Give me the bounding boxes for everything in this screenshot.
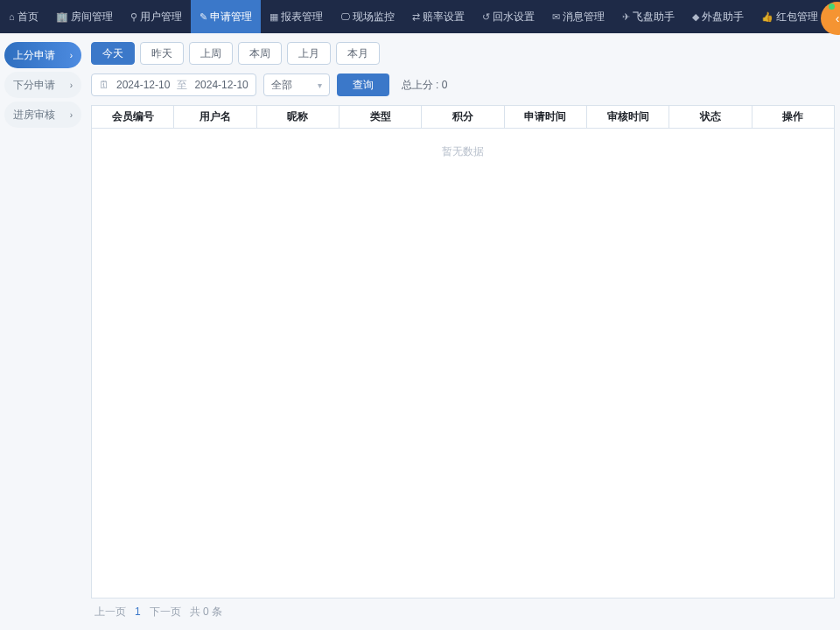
nav-label: 用户管理 xyxy=(140,10,182,24)
main-panel: 今天 昨天 上周 本周 上月 本月 🗓 2024-12-10 至 2024-12… xyxy=(86,33,840,630)
sidebar-item-label: 下分申请 xyxy=(13,78,55,93)
nav-label: 回水设置 xyxy=(493,10,535,24)
refresh-icon: ↺ xyxy=(482,11,490,23)
status-dot-icon xyxy=(829,4,835,10)
nav-redpacket-mgmt[interactable]: 👍 红包管理 xyxy=(752,0,827,33)
nav-odds-setting[interactable]: ⇄ 赔率设置 xyxy=(403,0,473,33)
chevron-down-icon: ▾ xyxy=(318,80,322,90)
sidebar: 上分申请 › 下分申请 › 进房审核 › xyxy=(0,33,86,630)
nav-report-mgmt[interactable]: ▦ 报表管理 xyxy=(261,0,332,33)
nav-label: 申请管理 xyxy=(210,10,252,24)
nav-label: 消息管理 xyxy=(563,10,605,24)
range-this-week-button[interactable]: 本周 xyxy=(238,42,282,65)
pager-prev-button[interactable]: 上一页 xyxy=(94,605,126,620)
nav-label: 飞盘助手 xyxy=(633,10,675,24)
date-range-picker[interactable]: 🗓 2024-12-10 至 2024-12-10 xyxy=(91,74,256,96)
range-yesterday-button[interactable]: 昨天 xyxy=(140,42,184,65)
calendar-icon: 🗓 xyxy=(99,79,109,91)
chevron-left-icon: ‹ xyxy=(836,11,840,25)
mail-icon: ✉ xyxy=(552,11,560,23)
nav-label: 红包管理 xyxy=(776,10,818,24)
nav-label: 现场监控 xyxy=(353,10,395,24)
data-table: 会员编号 用户名 昵称 类型 积分 申请时间 审核时间 状态 操作 暂无数据 xyxy=(91,105,835,598)
sidebar-item-room-audit[interactable]: 进房审核 › xyxy=(4,102,81,128)
chevron-right-icon: › xyxy=(70,51,73,60)
nav-label: 外盘助手 xyxy=(702,10,744,24)
edit-icon: ✎ xyxy=(200,11,207,23)
nav-label: 房间管理 xyxy=(71,10,113,24)
th-points: 积分 xyxy=(422,106,504,128)
th-audit-time: 审核时间 xyxy=(587,106,669,128)
grid-icon: ▦ xyxy=(270,11,278,23)
status-select[interactable]: 全部 ▾ xyxy=(263,74,330,96)
range-last-week-button[interactable]: 上周 xyxy=(189,42,233,65)
building-icon: 🏢 xyxy=(56,11,68,23)
pager-next-button[interactable]: 下一页 xyxy=(150,605,181,620)
total-up-points-label: 总上分 : 0 xyxy=(402,78,448,93)
date-separator: 至 xyxy=(177,78,187,93)
layout: 上分申请 › 下分申请 › 进房审核 › 今天 昨天 上周 本周 上月 本月 🗓… xyxy=(0,33,840,630)
nav-apply-mgmt[interactable]: ✎ 申请管理 xyxy=(191,0,261,33)
sidebar-item-down-apply[interactable]: 下分申请 › xyxy=(4,72,81,98)
thumb-icon: 👍 xyxy=(761,11,774,23)
date-end-value: 2024-12-10 xyxy=(194,79,248,91)
th-username: 用户名 xyxy=(174,106,256,128)
table-empty-state: 暂无数据 xyxy=(92,129,834,598)
date-start-value: 2024-12-10 xyxy=(116,79,170,91)
diamond-icon: ◆ xyxy=(692,11,699,23)
range-this-month-button[interactable]: 本月 xyxy=(336,42,380,65)
pager-total-label: 共 0 条 xyxy=(190,605,222,620)
swap-icon: ⇄ xyxy=(412,11,420,23)
pager-current-page[interactable]: 1 xyxy=(135,606,141,618)
top-nav: ⌂ 首页 🏢 房间管理 ⚲ 用户管理 ✎ 申请管理 ▦ 报表管理 🖵 现场监控 … xyxy=(0,0,840,33)
chevron-right-icon: › xyxy=(70,110,73,120)
sidebar-item-label: 上分申请 xyxy=(13,48,55,63)
nav-label: 报表管理 xyxy=(281,10,323,24)
search-button[interactable]: 查询 xyxy=(337,74,389,96)
chevron-right-icon: › xyxy=(70,80,73,90)
th-nickname: 昵称 xyxy=(257,106,340,128)
select-value: 全部 xyxy=(271,78,292,93)
th-action: 操作 xyxy=(752,106,834,128)
th-apply-time: 申请时间 xyxy=(505,106,587,128)
nav-label: 赔率设置 xyxy=(423,10,465,24)
range-today-button[interactable]: 今天 xyxy=(91,42,135,65)
sidebar-item-up-apply[interactable]: 上分申请 › xyxy=(4,42,81,68)
pagination: 上一页 1 下一页 共 0 条 xyxy=(91,598,835,625)
th-status: 状态 xyxy=(669,106,752,128)
nav-fly-helper[interactable]: ✈ 飞盘助手 xyxy=(613,0,683,33)
monitor-icon: 🖵 xyxy=(340,11,350,22)
user-icon: ⚲ xyxy=(130,11,137,23)
nav-room-mgmt[interactable]: 🏢 房间管理 xyxy=(47,0,122,33)
sidebar-item-label: 进房审核 xyxy=(13,108,55,122)
nav-label: 首页 xyxy=(18,10,38,24)
nav-home[interactable]: ⌂ 首页 xyxy=(0,0,47,33)
plane-icon: ✈ xyxy=(622,11,630,23)
th-type: 类型 xyxy=(340,106,422,128)
nav-live-monitor[interactable]: 🖵 现场监控 xyxy=(332,0,403,33)
nav-message-mgmt[interactable]: ✉ 消息管理 xyxy=(543,0,613,33)
table-header-row: 会员编号 用户名 昵称 类型 积分 申请时间 审核时间 状态 操作 xyxy=(92,106,834,129)
range-last-month-button[interactable]: 上月 xyxy=(287,42,331,65)
nav-rebate-setting[interactable]: ↺ 回水设置 xyxy=(473,0,543,33)
th-member-id: 会员编号 xyxy=(92,106,174,128)
empty-text: 暂无数据 xyxy=(442,144,484,159)
filter-controls-row: 🗓 2024-12-10 至 2024-12-10 全部 ▾ 查询 总上分 : … xyxy=(91,74,835,96)
nav-user-mgmt[interactable]: ⚲ 用户管理 xyxy=(122,0,191,33)
nav-external-helper[interactable]: ◆ 外盘助手 xyxy=(683,0,752,33)
quick-range-row: 今天 昨天 上周 本周 上月 本月 xyxy=(91,42,835,65)
home-icon: ⌂ xyxy=(9,11,15,22)
